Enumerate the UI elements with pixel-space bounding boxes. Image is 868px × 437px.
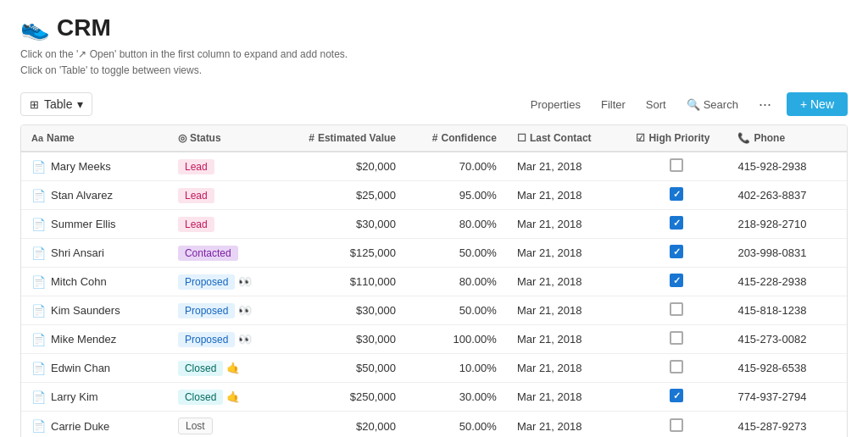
table-row[interactable]: 📄Shri AnsariContacted$125,00050.00%Mar 2… [21, 239, 847, 268]
table-row[interactable]: 📄Larry KimClosed 🤙$250,00030.00%Mar 21, … [21, 383, 847, 412]
checkbox-checked[interactable] [670, 216, 683, 230]
col-header-high-priority: ☑High Priority [626, 125, 727, 152]
cell-status: Lost [168, 412, 287, 437]
checkbox-unchecked[interactable] [670, 302, 683, 316]
col-header-status: ◎Status [168, 125, 287, 152]
cell-high-priority[interactable] [626, 325, 727, 354]
contact-col-icon: ☐ [517, 132, 526, 144]
table-label: Table [44, 97, 72, 111]
cell-last-contact: Mar 21, 2018 [507, 210, 626, 239]
checkbox-unchecked[interactable] [670, 360, 683, 373]
cell-high-priority[interactable] [626, 296, 727, 325]
cell-phone: 203-998-0831 [727, 239, 847, 268]
cell-high-priority[interactable] [626, 152, 727, 181]
cell-phone: 415-273-0082 [727, 325, 847, 354]
cell-name: 📄Mike Mendez [21, 325, 168, 354]
row-name: Mary Meeks [51, 160, 111, 173]
cell-last-contact: Mar 21, 2018 [507, 383, 626, 412]
priority-col-icon: ☑ [636, 132, 645, 144]
checkbox-unchecked[interactable] [670, 418, 683, 432]
status-badge: Proposed [178, 274, 235, 290]
cell-name: 📄Stan Alvarez [21, 181, 168, 210]
row-name: Edwin Chan [51, 362, 110, 374]
row-name: Carrie Duke [51, 420, 109, 433]
cell-name: 📄Edwin Chan [21, 354, 168, 383]
est-col-icon: # [309, 132, 314, 144]
checkbox-unchecked[interactable] [670, 331, 683, 345]
cell-phone: 415-818-1238 [727, 296, 847, 325]
new-button[interactable]: + New [787, 92, 848, 116]
chevron-down-icon: ▾ [77, 97, 83, 111]
doc-icon: 📄 [31, 333, 46, 346]
cell-high-priority[interactable] [626, 354, 727, 383]
checkbox-checked[interactable] [670, 245, 683, 258]
table-row[interactable]: 📄Stan AlvarezLead$25,00095.00%Mar 21, 20… [21, 181, 847, 210]
table-row[interactable]: 📄Mike MendezProposed 👀$30,000100.00%Mar … [21, 325, 847, 354]
cell-confidence: 10.00% [406, 354, 507, 383]
cell-high-priority[interactable] [626, 181, 727, 210]
toolbar-right: Properties Filter Sort 🔍 Search ··· + Ne… [526, 92, 848, 116]
cell-name: 📄Shri Ansari [21, 239, 168, 268]
cell-estimated-value: $20,000 [287, 412, 406, 437]
cell-phone: 415-928-6538 [727, 354, 847, 383]
cell-estimated-value: $20,000 [287, 152, 406, 181]
cell-high-priority[interactable] [626, 210, 727, 239]
cell-confidence: 100.00% [406, 325, 507, 354]
doc-icon: 📄 [31, 160, 46, 174]
table-row[interactable]: 📄Mitch CohnProposed 👀$110,00080.00%Mar 2… [21, 268, 847, 296]
app-container: 👟 CRM Click on the '↗ Open' button in th… [0, 0, 868, 437]
properties-button[interactable]: Properties [526, 95, 586, 114]
cell-name: 📄Mitch Cohn [21, 268, 168, 296]
cell-high-priority[interactable] [626, 383, 727, 412]
search-icon: 🔍 [687, 98, 700, 111]
cell-name: 📄Summer Ellis [21, 210, 168, 239]
table-toggle-button[interactable]: ⊞ Table ▾ [20, 92, 92, 116]
doc-icon: 📄 [31, 246, 46, 260]
cell-last-contact: Mar 21, 2018 [507, 296, 626, 325]
table-row[interactable]: 📄Summer EllisLead$30,00080.00%Mar 21, 20… [21, 210, 847, 239]
cell-status: Contacted [168, 239, 287, 268]
search-button[interactable]: 🔍 Search [682, 95, 743, 114]
cell-name: 📄Carrie Duke [21, 412, 168, 437]
table-row[interactable]: 📄Mary MeeksLead$20,00070.00%Mar 21, 2018… [21, 152, 847, 181]
filter-button[interactable]: Filter [596, 95, 631, 114]
status-badge: Lost [178, 418, 213, 434]
table-row[interactable]: 📄Edwin ChanClosed 🤙$50,00010.00%Mar 21, … [21, 354, 847, 383]
data-table: AaName ◎Status #Estimated Value #Confide… [20, 124, 848, 437]
cell-status: Proposed 👀 [168, 325, 287, 354]
more-options-button[interactable]: ··· [754, 94, 776, 115]
table-row[interactable]: 📄Kim SaundersProposed 👀$30,00050.00%Mar … [21, 296, 847, 325]
row-name: Shri Ansari [51, 246, 104, 259]
table-grid-icon: ⊞ [30, 98, 39, 111]
checkbox-unchecked[interactable] [670, 158, 683, 172]
cell-confidence: 50.00% [406, 296, 507, 325]
checkbox-checked[interactable] [670, 187, 683, 201]
table-row[interactable]: 📄Carrie DukeLost$20,00050.00%Mar 21, 201… [21, 412, 847, 437]
col-header-name: AaName [21, 125, 168, 152]
sort-button[interactable]: Sort [641, 95, 671, 114]
cell-high-priority[interactable] [626, 268, 727, 296]
cell-confidence: 70.00% [406, 152, 507, 181]
cell-status: Proposed 👀 [168, 268, 287, 296]
app-icon: 👟 [20, 14, 50, 41]
cell-status: Proposed 👀 [168, 296, 287, 325]
status-badge: Lead [178, 188, 214, 203]
cell-name: 📄Mary Meeks [21, 152, 168, 181]
cell-last-contact: Mar 21, 2018 [507, 181, 626, 210]
status-badge: Proposed [178, 332, 235, 347]
cell-high-priority[interactable] [626, 412, 727, 437]
cell-estimated-value: $250,000 [287, 383, 406, 412]
checkbox-checked[interactable] [670, 274, 683, 287]
checkbox-checked[interactable] [670, 389, 683, 402]
cell-confidence: 95.00% [406, 181, 507, 210]
col-header-phone: 📞Phone [727, 125, 847, 152]
row-name: Kim Saunders [51, 304, 120, 317]
phone-col-icon: 📞 [737, 132, 750, 144]
row-name: Summer Ellis [51, 218, 116, 230]
toolbar-left: ⊞ Table ▾ [20, 92, 92, 116]
cell-phone: 415-228-2938 [727, 268, 847, 296]
subtitle-line2: Click on 'Table' to toggle between views… [20, 63, 848, 79]
cell-confidence: 50.00% [406, 412, 507, 437]
cell-high-priority[interactable] [626, 239, 727, 268]
cell-last-contact: Mar 21, 2018 [507, 325, 626, 354]
